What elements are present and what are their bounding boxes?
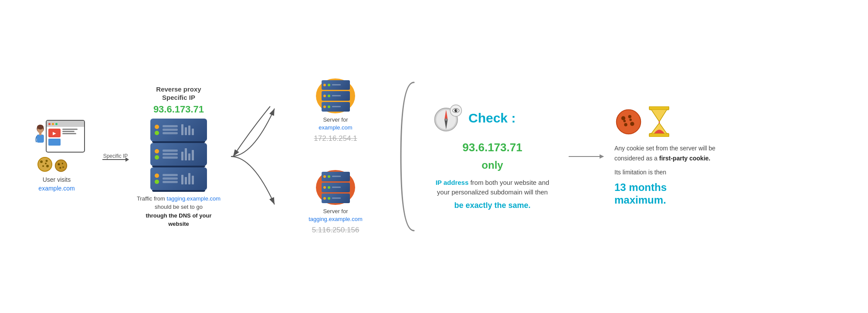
main-diagram: ▶ [0, 0, 868, 313]
server-example-label: Server for example.com [319, 116, 352, 132]
server-example-small [322, 80, 350, 112]
svg-point-29 [624, 123, 627, 126]
svg-point-32 [623, 119, 626, 122]
specific-ip-label: Specific IP [103, 153, 128, 159]
server-tagging-label: Server for tagging.example.com [309, 208, 363, 223]
server-bars-2 [163, 150, 178, 159]
server-vbar [188, 173, 190, 184]
hourglass-icon [647, 106, 671, 137]
server-bar [163, 129, 178, 131]
svg-point-10 [45, 163, 47, 164]
server-bar [163, 181, 178, 183]
browser-line [62, 131, 75, 132]
svg-point-30 [630, 122, 634, 126]
server-lights-2 [155, 149, 159, 160]
server-tagging-ip: 5.116.250.156 [312, 226, 359, 235]
server-example-domain-link[interactable]: example.com [319, 124, 352, 131]
svg-point-11 [55, 160, 67, 172]
user-domain-link[interactable]: example.com [38, 185, 75, 192]
server-light-green-1 [155, 131, 159, 135]
server-vbar [185, 127, 187, 135]
check-header: Check : [431, 102, 515, 134]
check-section: Check : 93.6.173.71 only IP address from… [423, 102, 562, 211]
svg-point-7 [46, 160, 48, 162]
browser-line [62, 129, 78, 130]
svg-rect-34 [649, 133, 669, 137]
check-same-text: be exactly the same. [431, 200, 553, 211]
arrow-head-1 [125, 157, 129, 162]
server-vbar [181, 175, 183, 184]
svg-point-6 [40, 160, 43, 163]
ts-bar [332, 106, 341, 107]
diagonal-arrows-svg [227, 65, 279, 248]
server-tagging-icon [316, 170, 355, 205]
server-lights-3 [155, 174, 159, 184]
server-vbar [185, 177, 187, 184]
server-bars-1 [163, 125, 178, 134]
bracket-section [397, 69, 418, 244]
result-months: 13 months maximum. [614, 181, 667, 207]
cookie-icon-1 [37, 156, 53, 172]
proxy-server-unit-1 [150, 119, 207, 141]
check-title: Check : [468, 111, 515, 126]
play-button-icon: ▶ [48, 129, 61, 137]
result-text: Any cookie set from the server will be c… [614, 143, 736, 163]
server-vbars-2 [181, 148, 194, 160]
ts-light-gold [323, 105, 326, 108]
arrows-and-targets: Server for example.com 172.16.254.1 [227, 65, 392, 248]
server-vbar [181, 124, 183, 135]
svg-point-13 [62, 163, 63, 164]
server-vbar [188, 153, 190, 160]
server-vbar [188, 126, 190, 135]
svg-point-28 [628, 115, 631, 118]
svg-point-2 [37, 125, 44, 129]
server-bar [163, 132, 178, 134]
server-vbar [192, 176, 194, 184]
server-light-gold-1 [155, 125, 159, 129]
server-vbars [181, 124, 194, 135]
ts-bar [332, 95, 341, 96]
traffic-domain-link[interactable]: tagging.example.com [167, 195, 221, 202]
ts-bar [332, 176, 341, 177]
ts-bar [332, 84, 341, 85]
svg-point-14 [59, 167, 61, 169]
ts-light-gold [323, 186, 326, 189]
browser-lines [62, 129, 78, 134]
check-ip-only: only [431, 159, 553, 171]
server-vbar [181, 152, 183, 160]
check-ip-value: 93.6.173.71 [431, 141, 553, 154]
ts-light-gold [323, 175, 326, 178]
server-vbar [192, 129, 194, 135]
proxy-traffic-label: Traffic from tagging.example.com should … [135, 194, 222, 228]
svg-rect-33 [649, 106, 669, 110]
user-visits-label: User visits example.com [38, 176, 75, 193]
server-bar [163, 174, 178, 176]
ts-bar [332, 187, 341, 188]
proxy-server-stack [150, 119, 207, 190]
server-bar [163, 150, 178, 152]
server-light-green-2 [155, 155, 159, 160]
server-tagging-small [322, 172, 350, 203]
server-example-container: Server for example.com 172.16.254.1 [288, 78, 383, 143]
result-section: Any cookie set from the server will be c… [610, 106, 741, 207]
browser-line [62, 133, 76, 134]
server-bar [163, 125, 178, 127]
ts-light-green [328, 197, 330, 200]
browser-dot-yellow [52, 123, 54, 125]
target-server-unit [322, 183, 350, 192]
cookie-icon-2 [54, 159, 68, 172]
browser-window-icon: ▶ [46, 120, 85, 153]
ts-light-gold [323, 197, 326, 200]
browser-content: ▶ [47, 127, 84, 147]
server-tagging-container: Server for tagging.example.com 5.116.250… [288, 170, 383, 235]
svg-point-12 [58, 163, 60, 166]
svg-point-21 [445, 119, 448, 121]
long-arrow-line [569, 156, 604, 157]
check-description: IP address from both your website and yo… [431, 178, 553, 211]
user-figure: ▶ [28, 120, 85, 172]
server-tagging-domain-link[interactable]: tagging.example.com [309, 216, 363, 222]
ts-light-gold [323, 95, 326, 97]
browser-dot-green [55, 123, 58, 125]
svg-point-9 [46, 165, 49, 167]
server-bar [163, 153, 178, 155]
